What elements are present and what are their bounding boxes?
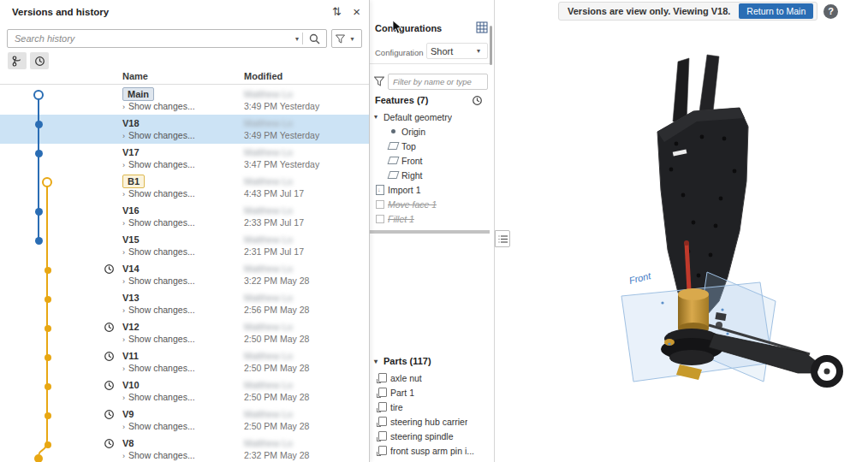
version-time: 2:33 PM Jul 17 — [244, 217, 304, 228]
show-changes-link[interactable]: ›Show changes... — [122, 246, 195, 257]
feature-item[interactable]: ▾ Default geometry — [370, 110, 490, 124]
feature-type-icon — [388, 156, 399, 166]
filter-funnel-icon — [336, 34, 345, 44]
version-name: V15 — [122, 234, 140, 245]
version-node-icon — [45, 383, 51, 390]
part-item[interactable]: axle nut — [370, 370, 490, 385]
front-plane-label[interactable]: Front — [628, 270, 653, 286]
feature-label: Fillet 1 — [388, 214, 414, 224]
part-item[interactable]: steering hub carrier — [370, 414, 490, 429]
chevron-down-icon[interactable]: ▾ — [374, 113, 383, 121]
show-changes-link[interactable]: ›Show changes... — [122, 392, 195, 402]
restore-history-toggle[interactable] — [30, 52, 49, 69]
chevron-right-icon: › — [122, 132, 125, 140]
rollback-bar[interactable] — [370, 230, 490, 234]
versions-history-panel: Versions and history ⇅ × ▾ ▾ — [0, 0, 370, 462]
chevron-right-icon: › — [122, 190, 125, 198]
part-label: tire — [390, 402, 403, 412]
search-scope-caret-icon[interactable]: ▾ — [292, 35, 302, 43]
panel-title: Versions and history — [12, 7, 109, 17]
version-node-icon — [45, 354, 51, 361]
version-author-redacted: Matthew Lo — [244, 322, 293, 332]
restore-version-icon — [104, 409, 115, 420]
graphics-canvas[interactable]: Front — [495, 0, 868, 462]
branch-graph-toggle[interactable] — [8, 52, 27, 69]
show-changes-link[interactable]: ›Show changes... — [122, 305, 195, 315]
feature-history-clock-icon[interactable] — [472, 95, 483, 106]
show-changes-label: Show changes... — [128, 217, 195, 228]
show-changes-label: Show changes... — [128, 159, 195, 169]
motor-cylinder — [678, 288, 709, 335]
chevron-right-icon: › — [122, 277, 125, 286]
feature-item[interactable]: Origin — [370, 124, 490, 139]
configuration-table-icon[interactable] — [476, 21, 488, 33]
panel-scrollbar-thumb[interactable] — [490, 26, 492, 65]
chevron-right-icon: › — [122, 161, 125, 169]
show-changes-link[interactable]: ›Show changes... — [122, 334, 195, 344]
feature-item[interactable]: Import 1 — [370, 182, 490, 197]
model-3d-view[interactable]: Front — [495, 0, 868, 462]
feature-item[interactable]: Top — [370, 139, 490, 153]
show-changes-link[interactable]: ›Show changes... — [122, 450, 195, 460]
part-item[interactable]: tire — [370, 400, 490, 414]
search-icon[interactable] — [309, 33, 320, 44]
version-name: V18 — [122, 118, 140, 128]
column-header-name: Name — [122, 71, 148, 81]
configuration-select[interactable]: Short ▾ — [426, 43, 488, 59]
history-clock-icon — [34, 56, 45, 67]
version-time: 3:47 PM Yesterday — [244, 159, 319, 169]
version-author-redacted: Matthew Lo — [244, 89, 293, 99]
part-icon — [377, 446, 388, 456]
show-changes-link[interactable]: ›Show changes... — [122, 101, 195, 111]
compare-versions-icon[interactable]: ⇅ — [332, 5, 342, 19]
show-changes-link[interactable]: ›Show changes... — [122, 188, 195, 198]
column-header-modified: Modified — [244, 71, 282, 81]
feature-type-icon — [388, 127, 399, 137]
part-item[interactable]: Part 1 — [370, 385, 490, 400]
banner-message: Versions are view only. Viewing V18. — [568, 6, 730, 16]
chevron-right-icon: › — [122, 335, 125, 344]
part-icon — [377, 402, 388, 412]
restore-version-icon — [104, 322, 115, 333]
version-node-icon — [35, 237, 43, 245]
feature-item[interactable]: Move face 1 — [370, 197, 490, 211]
version-name: B1 — [122, 175, 145, 188]
show-changes-link[interactable]: ›Show changes... — [122, 421, 195, 431]
part-item[interactable]: steering spindle — [370, 429, 490, 443]
part-label: axle nut — [390, 373, 422, 383]
feature-item[interactable]: Front — [370, 153, 490, 168]
part-label: front susp arm pin i... — [390, 446, 474, 456]
feature-item[interactable]: Right — [370, 168, 490, 182]
version-time: 2:50 PM May 28 — [244, 421, 309, 431]
version-author-redacted: Matthew Lo — [244, 118, 293, 128]
chevron-down-icon[interactable]: ▾ — [374, 358, 383, 365]
show-changes-label: Show changes... — [128, 275, 195, 286]
show-changes-link[interactable]: ›Show changes... — [122, 363, 195, 373]
feature-label: Origin — [401, 127, 425, 137]
show-changes-link[interactable]: ›Show changes... — [122, 130, 195, 140]
show-changes-label: Show changes... — [128, 363, 195, 373]
version-author-redacted: Matthew Lo — [244, 147, 293, 157]
show-changes-link[interactable]: ›Show changes... — [122, 217, 195, 228]
version-name: V8 — [122, 438, 134, 448]
part-item[interactable]: front susp arm pin i... — [370, 443, 490, 458]
table-header: Name Modified — [0, 71, 369, 85]
feature-type-icon — [388, 141, 399, 151]
return-to-main-button[interactable]: Return to Main — [739, 3, 813, 19]
version-time: 4:43 PM Jul 17 — [244, 188, 304, 198]
show-changes-link[interactable]: ›Show changes... — [122, 275, 195, 286]
close-icon[interactable]: × — [353, 5, 360, 19]
search-box[interactable]: ▾ — [7, 29, 327, 48]
filter-button[interactable]: ▾ — [331, 29, 362, 48]
part-icon — [377, 373, 388, 383]
feature-list-flyout-button[interactable] — [495, 230, 510, 247]
version-author-redacted: Matthew Lo — [244, 293, 293, 303]
search-input[interactable] — [15, 33, 292, 44]
feature-filter-input[interactable] — [388, 74, 488, 90]
show-changes-link[interactable]: ›Show changes... — [122, 159, 195, 169]
part-label: Part 1 — [390, 388, 414, 398]
parts-header[interactable]: ▾ Parts (117) — [374, 356, 431, 366]
help-button[interactable]: ? — [823, 4, 838, 19]
feature-type-icon — [374, 199, 385, 210]
feature-item[interactable]: Fillet 1 — [370, 211, 490, 226]
